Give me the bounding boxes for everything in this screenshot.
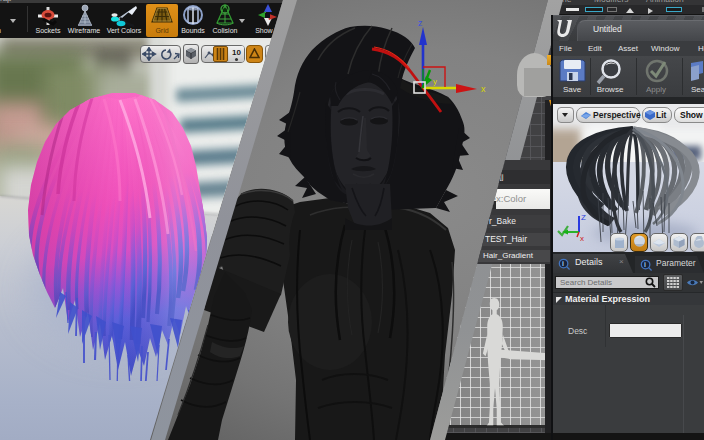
svg-text:x: x <box>580 234 584 243</box>
svg-text:z: z <box>418 18 423 28</box>
svg-text:x: x <box>481 84 486 94</box>
svg-text:y: y <box>433 77 437 86</box>
svg-text:i: i <box>562 260 564 267</box>
svg-text:Z: Z <box>581 213 586 222</box>
svg-text:i: i <box>644 261 646 268</box>
